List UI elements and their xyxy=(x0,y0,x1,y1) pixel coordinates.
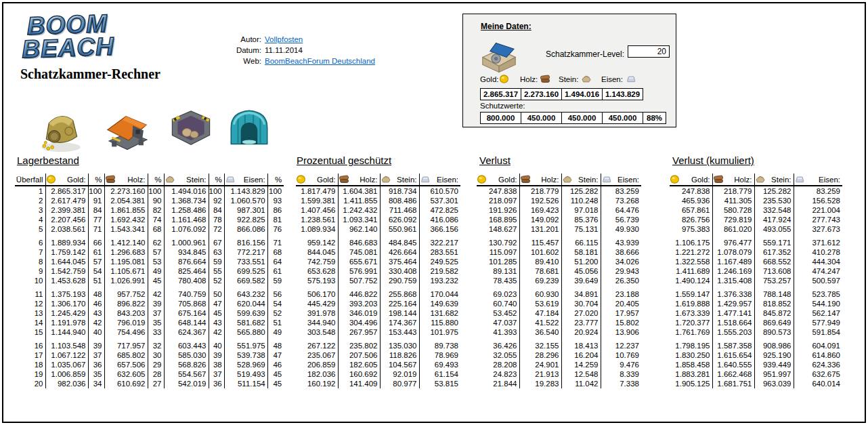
stein-value-cell[interactable]: 1.494.016 xyxy=(561,88,603,100)
cell[interactable]: 92.019 xyxy=(380,369,419,379)
col-header-holz[interactable]: Holz: xyxy=(104,174,148,186)
cell[interactable]: 845.872 xyxy=(754,308,794,318)
cell[interactable]: 198.144 xyxy=(380,308,419,318)
cell[interactable]: 71 xyxy=(88,224,104,234)
cell[interactable]: 23.777 xyxy=(561,318,601,327)
cell[interactable]: 729.819 xyxy=(712,215,754,224)
cell[interactable]: 55 xyxy=(209,266,224,276)
cell[interactable]: 1.375.193 xyxy=(45,289,88,299)
cell[interactable]: 580.728 xyxy=(712,205,754,215)
cell[interactable]: 576.991 xyxy=(338,266,380,276)
cell[interactable]: 219.582 xyxy=(419,266,460,276)
cell[interactable]: 37 xyxy=(148,308,164,318)
cell[interactable]: 685.802 xyxy=(104,350,148,360)
cell[interactable]: 28.296 xyxy=(519,350,561,360)
cell[interactable]: 83.259 xyxy=(794,186,842,196)
cell[interactable]: 11 xyxy=(15,289,45,299)
cell[interactable]: 247.838 xyxy=(670,186,712,196)
cell[interactable]: 89.131 xyxy=(477,266,519,276)
cell[interactable]: 53 xyxy=(148,257,164,266)
cell[interactable]: 416.086 xyxy=(419,215,460,224)
cell[interactable]: 42 xyxy=(88,318,104,327)
cell[interactable]: 86 xyxy=(267,205,284,215)
cell[interactable]: 60.740 xyxy=(477,299,519,308)
cell[interactable]: 753.257 xyxy=(754,276,794,285)
cell[interactable]: 1.644.045 xyxy=(45,257,88,266)
cell[interactable]: 825.464 xyxy=(164,266,209,276)
cell[interactable]: 1.105.671 xyxy=(104,266,148,276)
cell[interactable]: 12.237 xyxy=(601,341,641,350)
cell[interactable]: 876.664 xyxy=(164,257,209,266)
cell[interactable]: 1.858.458 xyxy=(670,360,712,369)
cell[interactable]: 16.204 xyxy=(561,350,601,360)
cell[interactable]: 1.494.016 xyxy=(164,186,209,196)
cell[interactable]: 1.411.689 xyxy=(670,266,712,276)
cell[interactable]: 78.681 xyxy=(519,266,561,276)
cell[interactable]: 131.682 xyxy=(419,308,460,318)
cell[interactable]: 939.449 xyxy=(754,360,794,369)
cell[interactable]: 506.170 xyxy=(296,289,338,299)
cell[interactable]: 38.666 xyxy=(601,247,641,257)
cell[interactable]: 1.000.961 xyxy=(164,238,209,247)
cell[interactable]: 104.567 xyxy=(380,360,419,369)
cell[interactable]: 818.852 xyxy=(754,299,794,308)
cell[interactable]: 78 xyxy=(209,215,224,224)
cell[interactable]: 43 xyxy=(209,318,224,327)
cell[interactable]: 657.861 xyxy=(670,205,712,215)
cell[interactable]: 1 xyxy=(15,186,45,196)
cell[interactable]: 84 xyxy=(88,205,104,215)
cell[interactable]: 149.092 xyxy=(519,215,561,224)
cell[interactable]: 89.738 xyxy=(419,341,460,350)
cell[interactable]: 73.268 xyxy=(601,196,641,205)
cell[interactable]: 37 xyxy=(88,350,104,360)
cell[interactable]: 411.305 xyxy=(712,196,754,205)
cell[interactable]: 987.301 xyxy=(224,205,267,215)
cell[interactable]: 1.368.734 xyxy=(164,196,209,205)
col-header-stein-pct[interactable]: % xyxy=(209,174,224,186)
cell[interactable]: 1.242.432 xyxy=(338,205,380,215)
cell[interactable]: 371.612 xyxy=(794,238,842,247)
cell[interactable]: 90 xyxy=(148,196,164,205)
cell[interactable]: 235.067 xyxy=(296,350,338,360)
cell[interactable]: 1.407.456 xyxy=(296,205,338,215)
cell[interactable]: 493.055 xyxy=(754,224,794,234)
cell[interactable]: 20.405 xyxy=(601,299,641,308)
cell[interactable]: 72 xyxy=(209,224,224,234)
cell[interactable]: 963.039 xyxy=(754,379,794,388)
cell[interactable]: 46 xyxy=(88,299,104,308)
eisen-value-cell[interactable]: 1.143.829 xyxy=(602,88,643,100)
cell[interactable]: 40 xyxy=(209,341,224,350)
cell[interactable]: 76 xyxy=(267,224,284,234)
cell[interactable]: 66.115 xyxy=(561,238,601,247)
cell[interactable]: 66 xyxy=(88,238,104,247)
cell[interactable]: 472.825 xyxy=(419,205,460,215)
cell[interactable]: 742.759 xyxy=(296,257,338,266)
cell[interactable]: 366.156 xyxy=(419,224,460,234)
cell[interactable]: 16 xyxy=(15,341,45,350)
cell[interactable]: 1.759.142 xyxy=(45,247,88,257)
cell[interactable]: 951.997 xyxy=(754,369,794,379)
cell[interactable]: 182.036 xyxy=(296,369,338,379)
cell[interactable]: 624.367 xyxy=(164,327,209,337)
cell[interactable]: 218.097 xyxy=(477,196,519,205)
cell[interactable]: 1.830.250 xyxy=(670,350,712,360)
cell[interactable]: 2.038.561 xyxy=(45,224,88,234)
cell[interactable]: 733.551 xyxy=(224,257,267,266)
cell[interactable]: 100 xyxy=(148,186,164,196)
cell[interactable]: 170.044 xyxy=(419,289,460,299)
cell[interactable]: 115.880 xyxy=(419,318,460,327)
cell[interactable]: 18.413 xyxy=(561,341,601,350)
cell[interactable]: 2.865.317 xyxy=(45,186,88,196)
cell[interactable]: 193.232 xyxy=(419,276,460,285)
col-header-stein[interactable]: Stein: xyxy=(164,174,209,186)
cell[interactable]: 575.193 xyxy=(296,276,338,285)
cell[interactable]: 511.154 xyxy=(224,379,267,388)
cell[interactable]: 2.399.381 xyxy=(45,205,88,215)
cell[interactable]: 562.147 xyxy=(794,308,842,318)
col-header-stein[interactable]: Stein: xyxy=(380,174,419,186)
cell[interactable]: 101.285 xyxy=(477,257,519,266)
cell[interactable]: 550.961 xyxy=(380,224,419,234)
cell[interactable]: 75.131 xyxy=(561,224,601,234)
cell[interactable]: 826.756 xyxy=(670,215,712,224)
cell[interactable]: 10.769 xyxy=(601,350,641,360)
